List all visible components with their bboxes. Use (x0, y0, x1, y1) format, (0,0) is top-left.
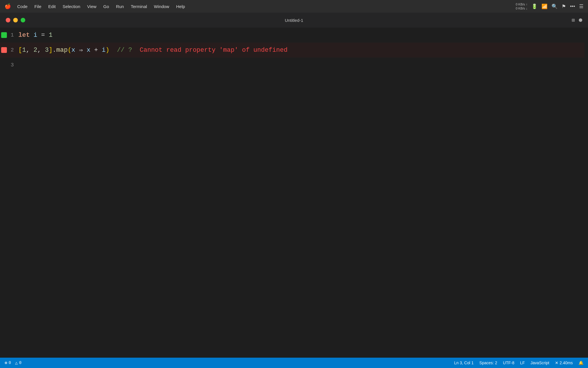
code-line-3 (17, 57, 585, 72)
menu-edit[interactable]: Edit (45, 3, 59, 10)
close-button[interactable] (6, 18, 10, 22)
line-indicator-1 (0, 32, 8, 38)
minimize-button[interactable] (13, 18, 18, 22)
language-mode[interactable]: JavaScript (531, 361, 549, 365)
menu-selection[interactable]: Selection (60, 3, 83, 10)
menu-help[interactable]: Help (173, 3, 188, 10)
op-equals: = (41, 32, 45, 39)
line-ending[interactable]: LF (520, 361, 525, 365)
status-left: ⊗ 0 △ 0 (5, 360, 22, 366)
window-title: Untitled-1 (285, 18, 303, 23)
code-line-1: let i = 1 (17, 28, 585, 43)
apple-icon: 🍎 (5, 3, 11, 9)
split-editor-icon[interactable]: ⊞ (572, 17, 575, 23)
line-number-3: 3 (8, 62, 17, 68)
status-right: Ln 3, Col 1 Spaces: 2 UTF-8 LF JavaScrip… (454, 361, 583, 365)
indentation[interactable]: Spaces: 2 (479, 361, 497, 365)
warning-count[interactable]: △ 0 (15, 360, 21, 366)
performance: ✕ 2.40ms (555, 361, 573, 365)
titlebar-right: ⊞ (572, 17, 582, 23)
line-number-2: 2 (8, 47, 17, 53)
var-i: i (34, 32, 37, 39)
error-message: Cannot read property 'map' of undefined (140, 47, 288, 54)
menu-terminal[interactable]: Terminal (128, 3, 150, 10)
gutter-row-3: 3 (0, 57, 17, 72)
green-indicator (1, 32, 7, 38)
more-icon[interactable]: ••• (570, 3, 575, 9)
menu-view[interactable]: View (84, 3, 99, 10)
menu-window[interactable]: Window (151, 3, 172, 10)
code-area[interactable]: let i = 1 [ 1 , 2 , 3 ] . map ( x ⇒ x + (17, 28, 585, 358)
menubar: 🍎 Code File Edit Selection View Go Run T… (0, 0, 588, 13)
editor[interactable]: 1 2 3 let i = 1 [ 1 , (0, 28, 588, 358)
maximize-button[interactable] (21, 18, 25, 22)
line-number-1: 1 (8, 32, 17, 38)
red-indicator (1, 47, 7, 53)
titlebar: Untitled-1 ⊞ (0, 13, 588, 28)
error-circle-icon: ⊗ (5, 360, 7, 366)
dirty-indicator (579, 18, 582, 22)
error-count[interactable]: ⊗ 0 (5, 360, 11, 366)
network-speed: 0 KB/s ↑ 0 KB/s ↓ (516, 2, 527, 11)
encoding[interactable]: UTF-8 (503, 361, 514, 365)
statusbar: ⊗ 0 △ 0 Ln 3, Col 1 Spaces: 2 UTF-8 LF J… (0, 358, 588, 368)
notifications-icon[interactable]: 🔔 (579, 361, 583, 365)
menu-file[interactable]: File (32, 3, 44, 10)
menu-go[interactable]: Go (100, 3, 112, 10)
search-icon[interactable]: 🔍 (552, 3, 558, 9)
menu-code[interactable]: Code (14, 3, 30, 10)
menu-run[interactable]: Run (113, 3, 127, 10)
menubar-right: 0 KB/s ↑ 0 KB/s ↓ 🔋 📶 🔍 ⚑ ••• ☰ (516, 2, 583, 11)
list-icon: ☰ (579, 3, 583, 9)
gutter-row-1: 1 (0, 28, 17, 43)
wifi-icon: 📶 (541, 3, 548, 9)
scrollbar-track[interactable] (585, 28, 588, 358)
num-1: 1 (49, 32, 53, 39)
line-indicator-2 (0, 47, 8, 53)
code-line-2: [ 1 , 2 , 3 ] . map ( x ⇒ x + i ) // ? C… (17, 43, 585, 57)
line-gutter: 1 2 3 (0, 28, 17, 358)
cursor-position[interactable]: Ln 3, Col 1 (454, 361, 474, 365)
gutter-row-2: 2 (0, 43, 17, 57)
warning-triangle-icon: △ (15, 360, 18, 366)
window-controls (6, 18, 25, 22)
battery-icon: 🔋 (531, 3, 537, 9)
keyword-let: let (18, 32, 30, 39)
finder-icon: ⚑ (562, 3, 566, 9)
